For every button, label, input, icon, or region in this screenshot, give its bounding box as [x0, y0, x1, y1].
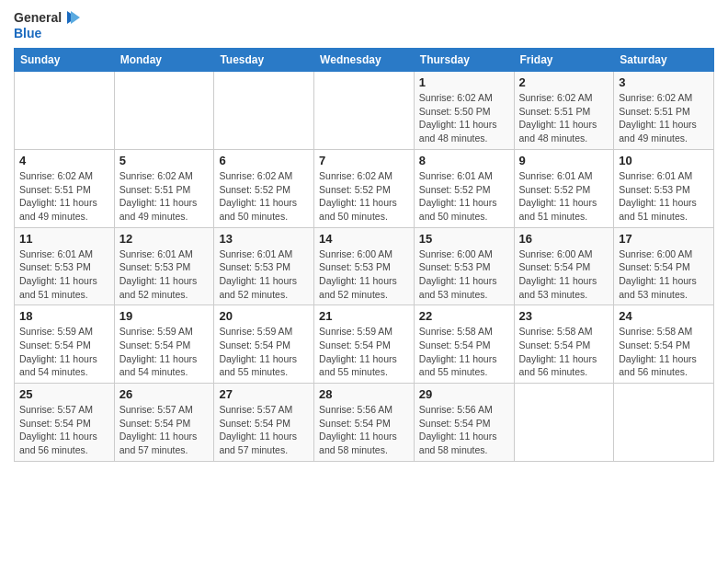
day-info: Sunrise: 5:56 AM Sunset: 5:54 PM Dayligh… — [319, 403, 409, 457]
calendar-cell — [614, 384, 714, 462]
calendar-cell: 21Sunrise: 5:59 AM Sunset: 5:54 PM Dayli… — [314, 305, 415, 384]
calendar-cell: 11Sunrise: 6:01 AM Sunset: 5:53 PM Dayli… — [15, 227, 115, 305]
day-number: 25 — [19, 387, 109, 401]
day-info: Sunrise: 6:00 AM Sunset: 5:54 PM Dayligh… — [519, 247, 609, 302]
calendar-body: 1Sunrise: 6:02 AM Sunset: 5:50 PM Daylig… — [15, 72, 714, 462]
calendar-cell: 27Sunrise: 5:57 AM Sunset: 5:54 PM Dayli… — [214, 384, 314, 462]
calendar-cell: 10Sunrise: 6:01 AM Sunset: 5:53 PM Dayli… — [614, 149, 714, 227]
day-info: Sunrise: 5:59 AM Sunset: 5:54 PM Dayligh… — [319, 325, 409, 379]
day-number: 6 — [219, 154, 309, 167]
calendar-table: SundayMondayTuesdayWednesdayThursdayFrid… — [14, 48, 714, 462]
day-number: 26 — [119, 387, 210, 401]
logo-arrow-icon — [63, 9, 80, 26]
calendar-cell: 2Sunrise: 6:02 AM Sunset: 5:51 PM Daylig… — [514, 72, 614, 150]
day-info: Sunrise: 5:58 AM Sunset: 5:54 PM Dayligh… — [619, 325, 709, 379]
day-info: Sunrise: 6:02 AM Sunset: 5:52 PM Dayligh… — [319, 169, 409, 224]
logo-blue-text: Blue — [14, 26, 80, 40]
day-info: Sunrise: 6:01 AM Sunset: 5:53 PM Dayligh… — [19, 247, 109, 302]
day-number: 28 — [319, 387, 409, 401]
day-info: Sunrise: 5:57 AM Sunset: 5:54 PM Dayligh… — [119, 403, 210, 457]
day-info: Sunrise: 5:59 AM Sunset: 5:54 PM Dayligh… — [19, 325, 109, 379]
day-info: Sunrise: 5:57 AM Sunset: 5:54 PM Dayligh… — [19, 403, 109, 457]
calendar-cell: 3Sunrise: 6:02 AM Sunset: 5:51 PM Daylig… — [614, 72, 714, 150]
calendar-cell: 23Sunrise: 5:58 AM Sunset: 5:54 PM Dayli… — [514, 305, 614, 384]
day-info: Sunrise: 5:58 AM Sunset: 5:54 PM Dayligh… — [419, 325, 509, 379]
day-info: Sunrise: 6:00 AM Sunset: 5:54 PM Dayligh… — [619, 247, 709, 302]
day-number: 15 — [419, 232, 509, 246]
calendar-week-4: 18Sunrise: 5:59 AM Sunset: 5:54 PM Dayli… — [15, 305, 714, 384]
day-info: Sunrise: 6:00 AM Sunset: 5:53 PM Dayligh… — [319, 247, 409, 302]
calendar-cell: 29Sunrise: 5:56 AM Sunset: 5:54 PM Dayli… — [414, 384, 514, 462]
day-info: Sunrise: 6:00 AM Sunset: 5:53 PM Dayligh… — [419, 247, 509, 302]
calendar-cell: 17Sunrise: 6:00 AM Sunset: 5:54 PM Dayli… — [614, 227, 714, 305]
day-number: 7 — [319, 154, 409, 167]
calendar-week-5: 25Sunrise: 5:57 AM Sunset: 5:54 PM Dayli… — [15, 384, 714, 462]
day-number: 24 — [619, 309, 709, 323]
svg-marker-1 — [71, 11, 80, 24]
day-info: Sunrise: 5:57 AM Sunset: 5:54 PM Dayligh… — [219, 403, 309, 457]
calendar-cell: 7Sunrise: 6:02 AM Sunset: 5:52 PM Daylig… — [314, 149, 415, 227]
calendar-cell: 24Sunrise: 5:58 AM Sunset: 5:54 PM Dayli… — [614, 305, 714, 384]
day-info: Sunrise: 5:58 AM Sunset: 5:54 PM Dayligh… — [519, 325, 609, 379]
weekday-header-tuesday: Tuesday — [214, 49, 314, 72]
day-number: 14 — [319, 232, 409, 246]
day-info: Sunrise: 6:02 AM Sunset: 5:51 PM Dayligh… — [19, 169, 109, 224]
day-info: Sunrise: 5:56 AM Sunset: 5:54 PM Dayligh… — [419, 403, 509, 457]
day-number: 18 — [19, 309, 109, 323]
calendar-cell: 18Sunrise: 5:59 AM Sunset: 5:54 PM Dayli… — [15, 305, 115, 384]
calendar-week-1: 1Sunrise: 6:02 AM Sunset: 5:50 PM Daylig… — [15, 72, 714, 150]
weekday-header-monday: Monday — [114, 49, 214, 72]
day-info: Sunrise: 6:02 AM Sunset: 5:52 PM Dayligh… — [219, 169, 309, 224]
day-info: Sunrise: 6:02 AM Sunset: 5:51 PM Dayligh… — [119, 169, 210, 224]
logo-general-text: General — [14, 10, 62, 25]
calendar-week-2: 4Sunrise: 6:02 AM Sunset: 5:51 PM Daylig… — [15, 149, 714, 227]
calendar-cell: 16Sunrise: 6:00 AM Sunset: 5:54 PM Dayli… — [514, 227, 614, 305]
calendar-cell — [15, 72, 115, 150]
calendar-cell: 12Sunrise: 6:01 AM Sunset: 5:53 PM Dayli… — [114, 227, 214, 305]
calendar-cell — [514, 384, 614, 462]
day-number: 5 — [119, 154, 210, 167]
calendar-cell: 9Sunrise: 6:01 AM Sunset: 5:52 PM Daylig… — [514, 149, 614, 227]
day-number: 13 — [219, 232, 309, 246]
day-info: Sunrise: 6:02 AM Sunset: 5:51 PM Dayligh… — [519, 91, 609, 145]
day-number: 17 — [619, 232, 709, 246]
day-number: 12 — [119, 232, 210, 246]
day-info: Sunrise: 6:01 AM Sunset: 5:53 PM Dayligh… — [619, 169, 709, 224]
day-number: 3 — [619, 75, 709, 89]
day-number: 10 — [619, 154, 709, 167]
calendar-cell: 6Sunrise: 6:02 AM Sunset: 5:52 PM Daylig… — [214, 149, 314, 227]
weekday-header-wednesday: Wednesday — [314, 49, 415, 72]
day-info: Sunrise: 6:01 AM Sunset: 5:52 PM Dayligh… — [419, 169, 509, 224]
calendar-cell — [314, 72, 415, 150]
weekday-header-saturday: Saturday — [614, 49, 714, 72]
day-number: 29 — [419, 387, 509, 401]
day-info: Sunrise: 5:59 AM Sunset: 5:54 PM Dayligh… — [119, 325, 210, 379]
calendar-cell: 1Sunrise: 6:02 AM Sunset: 5:50 PM Daylig… — [414, 72, 514, 150]
header: General Blue — [14, 9, 714, 40]
day-info: Sunrise: 6:01 AM Sunset: 5:52 PM Dayligh… — [519, 169, 609, 224]
day-info: Sunrise: 6:01 AM Sunset: 5:53 PM Dayligh… — [219, 247, 309, 302]
weekday-header-friday: Friday — [514, 49, 614, 72]
day-info: Sunrise: 6:02 AM Sunset: 5:50 PM Dayligh… — [419, 91, 509, 145]
weekday-header-row: SundayMondayTuesdayWednesdayThursdayFrid… — [15, 49, 714, 72]
day-number: 16 — [519, 232, 609, 246]
day-number: 19 — [119, 309, 210, 323]
calendar-cell: 15Sunrise: 6:00 AM Sunset: 5:53 PM Dayli… — [414, 227, 514, 305]
day-number: 20 — [219, 309, 309, 323]
day-number: 11 — [19, 232, 109, 246]
day-number: 27 — [219, 387, 309, 401]
weekday-header-thursday: Thursday — [414, 49, 514, 72]
calendar-week-3: 11Sunrise: 6:01 AM Sunset: 5:53 PM Dayli… — [15, 227, 714, 305]
day-number: 9 — [519, 154, 609, 167]
calendar-cell: 13Sunrise: 6:01 AM Sunset: 5:53 PM Dayli… — [214, 227, 314, 305]
calendar-cell: 8Sunrise: 6:01 AM Sunset: 5:52 PM Daylig… — [414, 149, 514, 227]
day-info: Sunrise: 5:59 AM Sunset: 5:54 PM Dayligh… — [219, 325, 309, 379]
calendar-cell: 22Sunrise: 5:58 AM Sunset: 5:54 PM Dayli… — [414, 305, 514, 384]
calendar-cell: 14Sunrise: 6:00 AM Sunset: 5:53 PM Dayli… — [314, 227, 415, 305]
day-number: 2 — [519, 75, 609, 89]
calendar-cell — [214, 72, 314, 150]
calendar-cell: 20Sunrise: 5:59 AM Sunset: 5:54 PM Dayli… — [214, 305, 314, 384]
calendar-cell: 5Sunrise: 6:02 AM Sunset: 5:51 PM Daylig… — [114, 149, 214, 227]
calendar-cell: 19Sunrise: 5:59 AM Sunset: 5:54 PM Dayli… — [114, 305, 214, 384]
calendar-cell: 25Sunrise: 5:57 AM Sunset: 5:54 PM Dayli… — [15, 384, 115, 462]
